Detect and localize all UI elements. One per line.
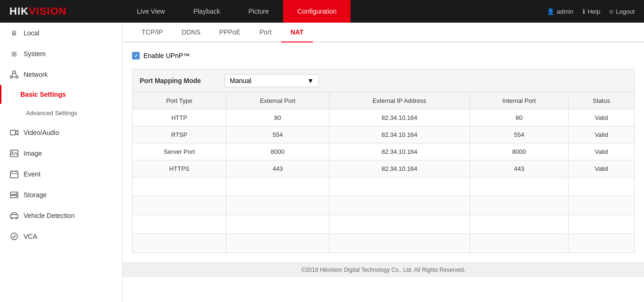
table-row-empty xyxy=(133,234,635,253)
table-row-empty xyxy=(133,177,635,196)
cell-external-port: 80 xyxy=(226,109,329,126)
table-row: HTTPS 443 82.34.10.164 443 Valid xyxy=(133,160,635,177)
top-navigation: HIKVISION Live View Playback Picture Con… xyxy=(0,0,644,23)
vca-icon xyxy=(9,232,19,241)
admin-menu[interactable]: 👤 admin xyxy=(547,8,573,15)
col-status: Status xyxy=(569,92,635,109)
sidebar-item-advanced-settings[interactable]: Advanced Settings xyxy=(0,104,122,122)
port-mapping-select[interactable]: Manual ▼ xyxy=(225,74,319,87)
col-external-port: External Port xyxy=(226,92,329,109)
cell-external-ip: 82.34.10.164 xyxy=(329,126,470,143)
svg-point-9 xyxy=(12,151,13,153)
svg-rect-10 xyxy=(10,171,18,178)
help-label: Help xyxy=(587,8,600,15)
svg-point-17 xyxy=(16,196,17,197)
col-internal-port: Internal Port xyxy=(470,92,569,109)
tab-tcpip[interactable]: TCP/IP xyxy=(132,23,172,42)
cell-status: Valid xyxy=(569,160,635,177)
cell-external-port: 443 xyxy=(226,160,329,177)
admin-label: admin xyxy=(557,8,573,15)
copyright-text: ©2018 Hikvision Digital Technology Co., … xyxy=(301,267,465,273)
content-body: Enable UPnP™ Port Mapping Mode Manual ▼ … xyxy=(123,42,644,262)
system-icon: ⊞ xyxy=(9,49,19,59)
tab-ddns[interactable]: DDNS xyxy=(172,23,210,42)
col-external-ip: External IP Address xyxy=(329,92,470,109)
image-icon xyxy=(9,149,19,158)
nav-live-view[interactable]: Live View xyxy=(123,0,179,23)
vehicle-icon xyxy=(9,211,19,220)
col-port-type: Port Type xyxy=(133,92,226,109)
upnp-label: Enable UPnP™ xyxy=(143,52,190,59)
table-row-empty xyxy=(133,196,635,215)
nav-items: Live View Playback Picture Configuration xyxy=(123,0,547,23)
tab-nat[interactable]: NAT xyxy=(281,23,313,42)
cell-internal-port: 443 xyxy=(470,160,569,177)
network-icon xyxy=(9,70,19,79)
tab-pppoe[interactable]: PPPoE xyxy=(210,23,250,42)
cell-external-ip: 82.34.10.164 xyxy=(329,143,470,160)
chevron-down-icon: ▼ xyxy=(307,77,314,84)
logout-icon: ⎋ xyxy=(610,8,613,15)
sidebar-item-local[interactable]: 🖥 Local xyxy=(0,23,122,43)
table-row: RTSP 554 82.34.10.164 554 Valid xyxy=(133,126,635,143)
info-icon: ℹ xyxy=(583,8,585,15)
video-icon xyxy=(9,128,19,137)
port-mapping-label: Port Mapping Mode xyxy=(140,77,225,84)
event-icon xyxy=(9,169,19,179)
footer: ©2018 Hikvision Digital Technology Co., … xyxy=(123,262,644,277)
sidebar-item-image[interactable]: Image xyxy=(0,143,122,164)
logout-button[interactable]: ⎋ Logout xyxy=(610,8,635,15)
cell-port-type: HTTPS xyxy=(133,160,226,177)
table-row: Server Port 8000 82.34.10.164 8000 Valid xyxy=(133,143,635,160)
tabs-bar: TCP/IP DDNS PPPoE Port NAT xyxy=(123,23,644,42)
svg-point-2 xyxy=(16,76,18,78)
cell-external-ip: 82.34.10.164 xyxy=(329,160,470,177)
cell-status: Valid xyxy=(569,143,635,160)
upnp-row: Enable UPnP™ xyxy=(132,52,635,59)
cell-external-ip: 82.34.10.164 xyxy=(329,109,470,126)
cell-internal-port: 80 xyxy=(470,109,569,126)
sidebar-item-vehicle-detection[interactable]: Vehicle Detection xyxy=(0,205,122,226)
logout-label: Logout xyxy=(616,8,635,15)
sidebar-item-event[interactable]: Event xyxy=(0,164,122,185)
sidebar-item-vca[interactable]: VCA xyxy=(0,226,122,247)
svg-point-0 xyxy=(13,71,16,74)
svg-line-3 xyxy=(12,73,13,76)
person-icon: 👤 xyxy=(547,8,554,15)
svg-point-21 xyxy=(11,233,17,240)
svg-point-16 xyxy=(16,193,17,194)
svg-line-4 xyxy=(16,73,17,76)
cell-external-port: 554 xyxy=(226,126,329,143)
cell-port-type: RTSP xyxy=(133,126,226,143)
cell-port-type: HTTP xyxy=(133,109,226,126)
sidebar-item-video-audio[interactable]: Video/Audio xyxy=(0,122,122,143)
cell-status: Valid xyxy=(569,126,635,143)
port-mapping-value: Manual xyxy=(230,77,251,84)
table-row-empty xyxy=(133,215,635,234)
sidebar: 🖥 Local ⊞ System Network Basic Settings xyxy=(0,23,123,302)
nav-picture[interactable]: Picture xyxy=(234,0,283,23)
svg-rect-8 xyxy=(10,150,18,157)
cell-internal-port: 554 xyxy=(470,126,569,143)
sidebar-item-storage[interactable]: Storage xyxy=(0,185,122,205)
sidebar-item-system[interactable]: ⊞ System xyxy=(0,43,122,64)
nav-right: 👤 admin ℹ Help ⎋ Logout xyxy=(547,8,644,15)
sidebar-item-basic-settings[interactable]: Basic Settings xyxy=(0,85,122,104)
cell-internal-port: 8000 xyxy=(470,143,569,160)
main-layout: 🖥 Local ⊞ System Network Basic Settings xyxy=(0,23,644,302)
cell-port-type: Server Port xyxy=(133,143,226,160)
sidebar-item-network[interactable]: Network xyxy=(0,64,122,85)
tab-port[interactable]: Port xyxy=(250,23,281,42)
upnp-checkbox[interactable] xyxy=(132,52,140,59)
logo-text: HIKVISION xyxy=(9,5,67,17)
logo: HIKVISION xyxy=(0,5,123,17)
storage-icon xyxy=(9,190,19,200)
nav-playback[interactable]: Playback xyxy=(179,0,234,23)
help-button[interactable]: ℹ Help xyxy=(583,8,600,15)
table-row: HTTP 80 82.34.10.164 80 Valid xyxy=(133,109,635,126)
port-mapping-table: Port Type External Port External IP Addr… xyxy=(132,92,635,253)
nav-configuration[interactable]: Configuration xyxy=(283,0,351,23)
monitor-icon: 🖥 xyxy=(9,28,19,38)
content-area: TCP/IP DDNS PPPoE Port NAT Enable UPnP™ … xyxy=(123,23,644,302)
cell-status: Valid xyxy=(569,109,635,126)
